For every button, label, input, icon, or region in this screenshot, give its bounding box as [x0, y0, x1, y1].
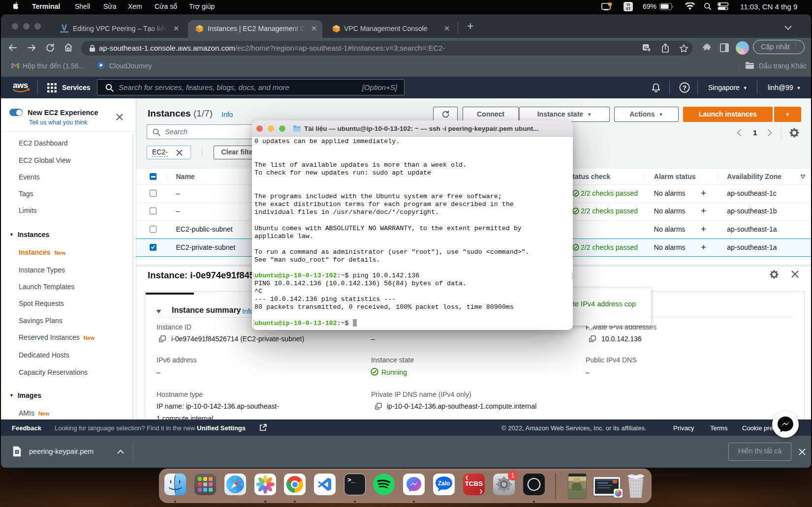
svg-text:G: G — [644, 45, 648, 50]
svg-text:?: ? — [683, 84, 687, 91]
svg-text:aws: aws — [13, 81, 28, 90]
svg-text:Zalo: Zalo — [438, 480, 450, 487]
